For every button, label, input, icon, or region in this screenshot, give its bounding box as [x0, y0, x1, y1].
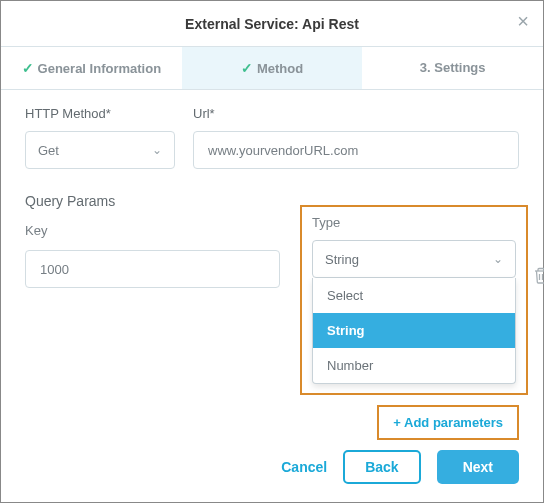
modal-header: External Service: Api Rest ×: [1, 1, 543, 47]
next-button[interactable]: Next: [437, 450, 519, 484]
modal-body: HTTP Method* Get ⌄ Url* Query Params Key: [1, 90, 543, 288]
http-method-value: Get: [38, 143, 59, 158]
trash-icon[interactable]: [533, 267, 544, 288]
type-option-number[interactable]: Number: [313, 348, 515, 383]
tab-general-information[interactable]: ✓General Information: [1, 47, 182, 89]
key-input[interactable]: [38, 261, 267, 278]
http-method-column: HTTP Method* Get ⌄: [25, 106, 175, 169]
back-button[interactable]: Back: [343, 450, 420, 484]
tab-label: 3. Settings: [420, 60, 486, 75]
http-method-label: HTTP Method*: [25, 106, 175, 121]
chevron-down-icon: ⌄: [493, 252, 503, 266]
close-icon[interactable]: ×: [517, 11, 529, 31]
modal-external-service: External Service: Api Rest × ✓General In…: [0, 0, 544, 503]
url-input[interactable]: [206, 142, 506, 159]
type-label: Type: [312, 215, 516, 230]
key-label: Key: [25, 223, 280, 238]
wizard-tabs: ✓General Information ✓Method 3. Settings: [1, 47, 543, 90]
add-params-highlight: + Add parameters: [377, 405, 519, 440]
type-select-value: String: [325, 252, 359, 267]
key-column: Key: [25, 223, 280, 288]
tab-settings[interactable]: 3. Settings: [362, 47, 543, 89]
tab-label: General Information: [38, 61, 162, 76]
modal-footer: Cancel Back Next: [281, 450, 519, 484]
url-input-wrapper: [193, 131, 519, 169]
url-label: Url*: [193, 106, 519, 121]
http-method-select[interactable]: Get ⌄: [25, 131, 175, 169]
query-params-row: Key Type String ⌄ Select String Number: [25, 223, 519, 288]
cancel-button[interactable]: Cancel: [281, 459, 327, 475]
url-column: Url*: [193, 106, 519, 169]
add-parameters-button[interactable]: + Add parameters: [379, 407, 517, 438]
type-dropdown: Select String Number: [312, 278, 516, 384]
type-select[interactable]: String ⌄: [312, 240, 516, 278]
type-option-string[interactable]: String: [313, 313, 515, 348]
type-option-select[interactable]: Select: [313, 278, 515, 313]
row-http-url: HTTP Method* Get ⌄ Url*: [25, 106, 519, 169]
check-icon: ✓: [22, 60, 34, 76]
tab-method[interactable]: ✓Method: [182, 47, 363, 89]
modal-title: External Service: Api Rest: [1, 1, 543, 47]
type-highlight-zone: Type String ⌄ Select String Number: [300, 205, 528, 395]
tab-label: Method: [257, 61, 303, 76]
key-input-wrapper: [25, 250, 280, 288]
check-icon: ✓: [241, 60, 253, 76]
chevron-down-icon: ⌄: [152, 143, 162, 157]
